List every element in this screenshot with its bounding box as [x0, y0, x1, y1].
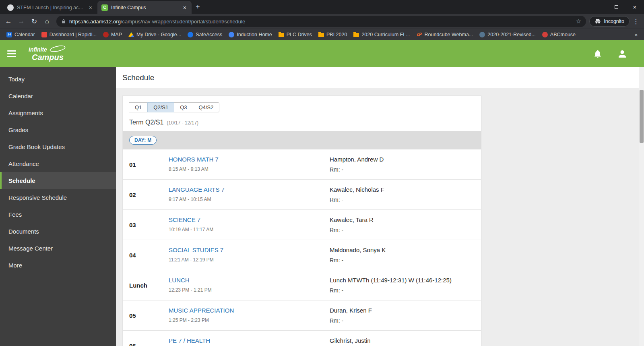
sidebar-item[interactable]: Message Center	[0, 240, 116, 257]
bookmark-label: PBL2020	[326, 32, 347, 37]
term-tab[interactable]: Q4/S2	[193, 102, 220, 112]
bookmark-item[interactable]: PBL2020	[315, 30, 350, 39]
tab-close-icon[interactable]: ×	[88, 4, 93, 11]
bookmark-item[interactable]: Induction Home	[225, 30, 275, 39]
minimize-button[interactable]	[588, 0, 607, 14]
sidebar-item[interactable]: Fees	[0, 206, 116, 223]
bookmark-label: Calendar	[14, 32, 35, 37]
sidebar-item[interactable]: Documents	[0, 223, 116, 240]
course-link[interactable]: PE 7 / HEALTH	[169, 337, 330, 344]
browser-menu-icon[interactable]: ⋮	[630, 16, 642, 27]
window-controls: ×	[588, 0, 644, 14]
teacher-cell: Kawalec, Nicholas F Rm: -	[330, 186, 475, 203]
teacher-name: Lunch MTWTh (11:49-12:31) W (11:46-12:25…	[330, 277, 475, 284]
infinite-campus-logo[interactable]: Infinite Campus	[29, 47, 64, 61]
course-time: 10:19 AM - 11:17 AM	[169, 227, 330, 232]
page-scrollbar[interactable]	[639, 67, 644, 346]
brand-bottom: Campus	[32, 53, 64, 61]
sidebar-item[interactable]: Today	[0, 70, 116, 87]
bookmark-item[interactable]: 2020-2021-Revised...	[476, 30, 539, 39]
incognito-label: Incognito	[604, 19, 624, 24]
schedule-rows: 01 HONORS MATH 7 8:15 AM - 9:13 AM Hampt…	[123, 149, 481, 346]
bookmark-label: ABCmouse	[550, 32, 576, 37]
course-link[interactable]: LUNCH	[169, 277, 330, 284]
course-time: 1:25 PM - 2:23 PM	[169, 317, 330, 323]
schedule-row: 02 LANGUAGE ARTS 7 9:17 AM - 10:15 AM Ka…	[123, 180, 481, 210]
sidebar-item[interactable]: More	[0, 257, 116, 273]
bookmark-label: PLC Drives	[287, 32, 312, 37]
bookmark-label: SafeAccess	[196, 32, 222, 37]
home-button[interactable]: ⌂	[41, 15, 53, 27]
address-bar[interactable]: https://ic.adams12.org/campus/nav-wrappe…	[56, 16, 586, 27]
sidebar-item[interactable]: Responsive Schedule	[0, 189, 116, 206]
course-link[interactable]: HONORS MATH 7	[169, 156, 330, 163]
term-tab[interactable]: Q1	[129, 102, 148, 112]
bookmark-item[interactable]: PLC Drives	[275, 30, 315, 39]
bookmark-item[interactable]: 2020 Curriculum FL...	[350, 30, 413, 39]
tab-close-icon[interactable]: ×	[182, 4, 188, 11]
maximize-icon	[615, 5, 618, 9]
bookmark-label: 2020 Curriculum FL...	[361, 32, 410, 37]
incognito-badge: Incognito	[589, 16, 630, 27]
sidebar-item[interactable]: Schedule	[0, 172, 116, 189]
notifications-bell-icon[interactable]	[593, 50, 602, 58]
sidebar-item-label: Calendar	[8, 93, 33, 99]
bookmark-item[interactable]: Roundcube Webma...	[413, 30, 477, 39]
term-heading: Term Q2/S1	[129, 119, 163, 126]
sidebar-item-label: Responsive Schedule	[8, 194, 67, 201]
bookmark-item[interactable]: ABCmouse	[539, 30, 579, 39]
course-link[interactable]: MUSIC APPRECIATION	[169, 307, 330, 314]
period-label: 06	[129, 342, 169, 346]
sidebar-item[interactable]: Grades	[0, 121, 116, 138]
course-time: 11:21 AM - 12:19 PM	[169, 257, 330, 263]
room-label: Rm: -	[330, 287, 475, 294]
bookmark-icon	[6, 32, 12, 37]
maximize-button[interactable]	[607, 0, 625, 14]
bookmark-star-icon[interactable]: ☆	[576, 18, 581, 25]
scrollbar-thumb[interactable]	[640, 90, 644, 143]
new-tab-button[interactable]: +	[192, 2, 204, 12]
bookmark-icon	[353, 33, 359, 37]
schedule-row: 03 SCIENCE 7 10:19 AM - 11:17 AM Kawalec…	[123, 210, 481, 240]
bookmark-icon	[318, 33, 324, 37]
sidebar-item-label: Today	[8, 76, 25, 83]
teacher-name: Duran, Krisen F	[330, 307, 475, 314]
menu-icon[interactable]	[0, 40, 23, 67]
bookmark-item[interactable]: SafeAccess	[184, 30, 225, 39]
browser-tab-infinite-campus[interactable]: C Infinite Campus ×	[97, 1, 192, 14]
browser-tab-stem[interactable]: STEM Launch | Inspiring achieve ×	[3, 1, 97, 14]
bookmark-item[interactable]: Calendar	[3, 30, 38, 39]
bookmark-icon	[542, 32, 548, 37]
course-cell: PE 7 / HEALTH 2:27 PM - 3:25 PM	[169, 337, 330, 346]
course-time: 8:15 AM - 9:13 AM	[169, 166, 330, 172]
header-icons	[593, 49, 644, 59]
teacher-name: Gilchrist, Justin	[330, 337, 475, 344]
schedule-row: 06 PE 7 / HEALTH 2:27 PM - 3:25 PM Gilch…	[123, 331, 481, 346]
sidebar-item[interactable]: Calendar	[0, 87, 116, 104]
day-chip[interactable]: DAY: M	[129, 136, 157, 145]
browser-window: STEM Launch | Inspiring achieve × C Infi…	[0, 0, 644, 346]
sidebar-item[interactable]: Attendance	[0, 155, 116, 172]
course-link[interactable]: SOCIAL STUDIES 7	[169, 247, 330, 253]
sidebar-item[interactable]: Assignments	[0, 104, 116, 121]
sidebar-item-label: More	[8, 262, 22, 269]
room-label: Rm: -	[330, 317, 475, 324]
sidebar-item[interactable]: Grade Book Updates	[0, 138, 116, 155]
back-button[interactable]: ←	[2, 15, 14, 27]
bookmark-item[interactable]: Dashboard | Rapidl...	[38, 30, 100, 39]
bookmark-item[interactable]: MAP	[100, 30, 125, 39]
course-cell: HONORS MATH 7 8:15 AM - 9:13 AM	[169, 156, 330, 173]
teacher-name: Hampton, Andrew D	[330, 156, 475, 163]
forward-button[interactable]: →	[15, 15, 27, 27]
period-label: 02	[129, 191, 169, 198]
course-link[interactable]: SCIENCE 7	[169, 216, 330, 223]
sidebar-item-label: Fees	[8, 211, 22, 218]
term-tab[interactable]: Q2/S1	[147, 102, 174, 112]
bookmarks-overflow-icon[interactable]: »	[631, 31, 641, 38]
close-window-button[interactable]: ×	[625, 0, 644, 14]
course-link[interactable]: LANGUAGE ARTS 7	[169, 186, 330, 193]
term-tab[interactable]: Q3	[174, 102, 193, 112]
bookmark-item[interactable]: My Drive - Google...	[125, 30, 184, 39]
refresh-button[interactable]: ↻	[28, 15, 40, 27]
user-account-icon[interactable]	[617, 49, 627, 59]
